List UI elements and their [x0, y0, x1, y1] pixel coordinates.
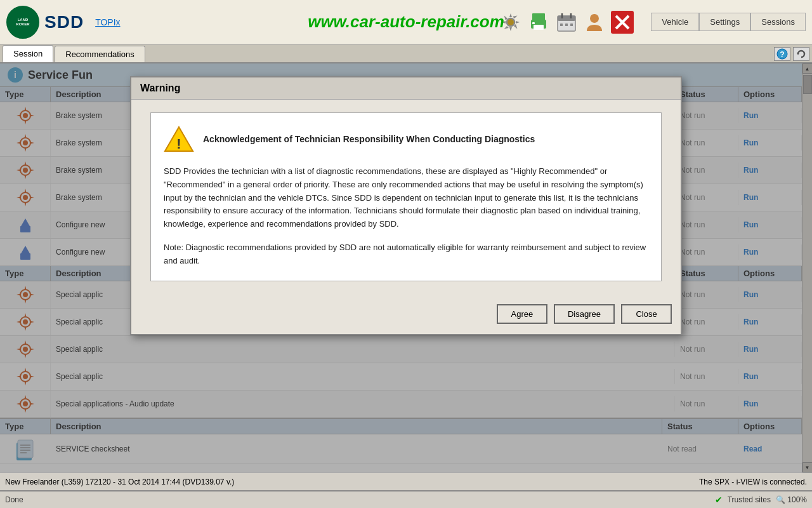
close-button[interactable]: Close	[621, 304, 672, 324]
svg-marker-19	[797, 53, 799, 55]
shield-icon: ✔	[715, 495, 723, 505]
status-right: ✔ Trusted sites 🔍 100%	[715, 495, 807, 505]
warning-header: ! Acknowledgement of Technician Responsi…	[164, 126, 648, 152]
disagree-button[interactable]: Disagree	[554, 304, 615, 324]
warning-content: ! Acknowledgement of Technician Responsi…	[131, 100, 681, 294]
spx-info: The SPX - i-VIEW is connected.	[699, 478, 807, 486]
help-icon[interactable]: ?	[774, 47, 790, 61]
svg-rect-5	[532, 22, 535, 24]
settings-nav-btn[interactable]: Settings	[699, 13, 750, 31]
tab-icons-right: ?	[774, 47, 809, 62]
printer-icon[interactable]	[527, 10, 551, 34]
nav-buttons: Vehicle Settings Sessions	[651, 13, 806, 31]
done-label: Done	[5, 495, 23, 504]
refresh-icon[interactable]	[793, 47, 809, 61]
recommendations-tab[interactable]: Recommendations	[55, 46, 145, 62]
website-banner: www.car-auto-repair.com	[308, 12, 504, 32]
toolbar-icons: Vehicle Settings Sessions	[499, 10, 806, 34]
warning-body-box: ! Acknowledgement of Technician Responsi…	[150, 112, 662, 281]
sdd-logo: SDD	[44, 12, 84, 32]
svg-rect-4	[534, 25, 544, 30]
logo-area: LANDROVER SDD TOPIx	[6, 6, 121, 39]
close-app-icon[interactable]	[610, 10, 634, 34]
warning-modal: Warning ! Acknowledgement of Technician …	[130, 76, 682, 335]
svg-rect-11	[565, 23, 568, 26]
sessions-nav-btn[interactable]: Sessions	[750, 13, 806, 31]
bottom-status-bar: New Freelander (L359) 172120 - 31 Oct 20…	[0, 472, 812, 490]
session-tab[interactable]: Session	[3, 45, 53, 62]
warning-body-para2: Note: Diagnostic recommendations provide…	[164, 241, 648, 268]
svg-text:!: !	[176, 136, 181, 152]
svg-rect-7	[558, 16, 575, 21]
land-rover-logo: LANDROVER	[6, 6, 39, 39]
topix-link[interactable]: TOPIx	[95, 17, 120, 27]
warning-buttons: Agree Disagree Close	[131, 294, 681, 334]
warning-body-para1: SDD Provides the technician with a list …	[164, 165, 648, 231]
user-icon[interactable]	[582, 10, 606, 34]
svg-point-1	[508, 19, 514, 25]
calendar-icon[interactable]	[554, 10, 579, 34]
status-bar: Done ✔ Trusted sites 🔍 100%	[0, 490, 812, 508]
svg-rect-10	[560, 23, 563, 26]
tab-bar: Session Recommendations ?	[0, 44, 812, 64]
main-content: i Service Fun Type Description Status Op…	[0, 64, 812, 472]
modal-overlay: Warning ! Acknowledgement of Technician …	[0, 64, 812, 472]
vehicle-nav-btn[interactable]: Vehicle	[651, 13, 699, 31]
warning-title-bar: Warning	[131, 77, 681, 100]
svg-text:?: ?	[780, 50, 784, 59]
trusted-sites-label: Trusted sites	[728, 495, 771, 504]
svg-rect-12	[570, 23, 573, 26]
warning-triangle-icon: !	[164, 126, 194, 152]
svg-point-13	[590, 14, 599, 23]
agree-button[interactable]: Agree	[497, 304, 547, 324]
zoom-label: 🔍 100%	[776, 495, 807, 504]
vehicle-info: New Freelander (L359) 172120 - 31 Oct 20…	[5, 478, 234, 486]
toolbar: LANDROVER SDD TOPIx www.car-auto-repair.…	[0, 0, 812, 44]
warning-acknowledgement-title: Acknowledgement of Technician Responsibi…	[203, 132, 535, 146]
